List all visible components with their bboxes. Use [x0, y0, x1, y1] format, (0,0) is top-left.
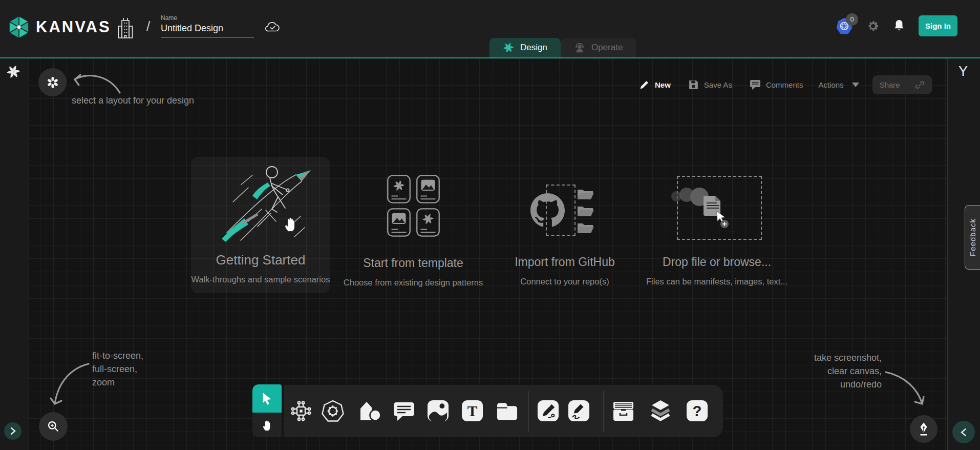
- credits-badge: 0: [846, 13, 858, 26]
- shapes-tool-icon[interactable]: [358, 401, 382, 422]
- new-label: New: [655, 80, 671, 89]
- comment-tool-icon[interactable]: [392, 401, 416, 422]
- magnifier-plus-icon: [47, 420, 60, 433]
- chevron-right-icon: [10, 427, 16, 435]
- tab-design-label: Design: [520, 43, 547, 53]
- sketch-tool-icon[interactable]: [567, 399, 590, 422]
- card-subtitle: Choose from existing design patterns: [337, 278, 489, 288]
- comments-button[interactable]: Comments: [750, 79, 803, 90]
- comments-label: Comments: [766, 80, 803, 89]
- design-pinwheel-icon: [503, 42, 514, 53]
- help-tool-icon[interactable]: ?: [686, 399, 709, 422]
- credits-button[interactable]: 0: [836, 17, 853, 35]
- layout-picker-button[interactable]: [38, 68, 67, 96]
- zoom-hint-line1: fit-to-screen,: [92, 351, 143, 361]
- pointer-tools: [252, 384, 282, 437]
- kubernetes-tool-icon[interactable]: [321, 399, 345, 423]
- toolbar-divider: [528, 391, 529, 432]
- drawer-tool-icon[interactable]: [611, 401, 635, 422]
- tab-design[interactable]: Design: [489, 38, 561, 57]
- save-as-label: Save As: [704, 80, 732, 89]
- zoom-hint-arrow: [49, 359, 94, 410]
- settings-gear-icon[interactable]: [866, 19, 880, 33]
- layers-tool-icon[interactable]: [649, 400, 672, 422]
- new-button[interactable]: New: [639, 79, 671, 90]
- save-icon: [688, 79, 699, 90]
- organization-icon[interactable]: [118, 17, 133, 39]
- chevron-left-icon: [961, 428, 967, 437]
- app-header: KANVAS / Name: [0, 0, 980, 57]
- chevron-down-icon: [852, 83, 859, 87]
- components-tool-icon[interactable]: [289, 399, 313, 423]
- name-label: Name: [161, 14, 254, 22]
- mode-tabs: Design Operate: [489, 38, 636, 57]
- canvas-actions-toolbar: New Save As Comments Actions Share: [639, 75, 932, 94]
- y-logo-icon[interactable]: Y: [958, 64, 968, 79]
- card-subtitle: Walk-throughs and sample scenarios: [185, 275, 336, 284]
- left-edge-panel: [0, 58, 29, 450]
- expand-left-panel-button[interactable]: [4, 422, 22, 440]
- sign-in-button[interactable]: Sign In: [919, 15, 957, 36]
- template-tile-pinwheel: [416, 208, 440, 237]
- rocket-illustration: [212, 161, 317, 249]
- pan-tool-button[interactable]: [252, 413, 282, 437]
- drop-file-icon: [666, 185, 732, 233]
- card-subtitle: Files can be manifests, images, text...: [641, 277, 793, 287]
- design-name-input[interactable]: [161, 22, 254, 37]
- github-icon: [530, 193, 565, 228]
- layout-flower-icon: [47, 76, 59, 89]
- design-name-block: Name: [161, 14, 254, 37]
- feedback-tab[interactable]: Feedback: [965, 205, 980, 270]
- zoom-hint-line2: full-screen,: [92, 364, 137, 375]
- select-tool-button[interactable]: [252, 384, 282, 413]
- repo-folders-icon: [577, 188, 595, 235]
- actions-label: Actions: [818, 80, 843, 89]
- tab-operate-label: Operate: [591, 43, 623, 53]
- screenshot-hint-line2: clear canvas,: [743, 366, 882, 377]
- toolbar-divider: [603, 391, 604, 432]
- pinwheel-icon[interactable]: [6, 65, 20, 79]
- actions-dropdown[interactable]: Actions: [818, 80, 859, 89]
- card-subtitle: Connect to your repo(s): [489, 277, 641, 287]
- svg-text:?: ?: [693, 402, 702, 419]
- breadcrumb-separator: /: [146, 18, 150, 34]
- comments-icon: [750, 79, 761, 90]
- card-title: Import from GitHub: [493, 255, 636, 269]
- zoom-hint-line3: zoom: [92, 377, 115, 388]
- cursor-arrow-icon: [261, 392, 274, 406]
- screenshot-hint-line3: undo/redo: [743, 379, 882, 390]
- brand-name: KANVAS: [36, 18, 111, 36]
- cloud-sync-icon: [264, 21, 281, 33]
- pen-actions-button[interactable]: [910, 415, 938, 443]
- template-tile-pinwheel: [387, 175, 411, 203]
- brand[interactable]: KANVAS: [7, 14, 111, 40]
- pen-tool-icon[interactable]: [537, 399, 560, 422]
- card-title: Getting Started: [191, 252, 330, 268]
- operate-headset-icon: [574, 42, 585, 53]
- zoom-button[interactable]: [39, 412, 68, 441]
- save-as-button[interactable]: Save As: [688, 79, 732, 90]
- card-title: Start from template: [342, 256, 485, 270]
- layout-hint-text: select a layout for your design: [72, 95, 194, 106]
- card-title: Drop file or browse...: [645, 255, 789, 269]
- kanvas-logo-icon: [7, 14, 31, 40]
- pencil-icon: [639, 79, 650, 90]
- template-tile-image: [387, 208, 411, 237]
- expand-right-panel-button[interactable]: [952, 421, 975, 443]
- share-button[interactable]: Share: [872, 75, 932, 94]
- screenshot-hint-line1: take screenshot,: [743, 353, 882, 363]
- toolbar-divider: [352, 391, 352, 432]
- notifications-bell-icon[interactable]: [893, 19, 905, 33]
- text-tool-icon[interactable]: T: [461, 399, 484, 422]
- feedback-label: Feedback: [968, 218, 977, 256]
- hand-tool-icon: [261, 418, 273, 432]
- svg-text:T: T: [467, 403, 478, 419]
- image-tool-icon[interactable]: [427, 399, 450, 422]
- app-window: Y KANVAS /: [0, 0, 980, 450]
- share-label: Share: [880, 80, 900, 89]
- link-icon: [915, 80, 925, 90]
- notes-tool-icon[interactable]: [496, 399, 519, 422]
- screenshot-hint-arrow: [882, 367, 927, 409]
- tab-operate[interactable]: Operate: [561, 38, 636, 57]
- template-tile-image: [416, 175, 440, 203]
